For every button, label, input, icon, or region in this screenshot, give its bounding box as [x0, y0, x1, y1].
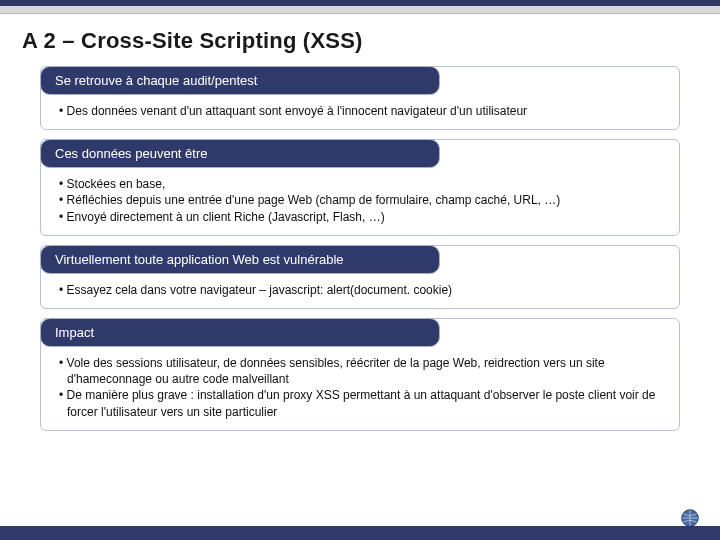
page-title: A 2 – Cross-Site Scripting (XSS) [22, 28, 363, 54]
bottom-accent-bar [0, 526, 720, 540]
section-2-body: Stockées en base, Réfléchies depuis une … [41, 168, 679, 235]
top-gray-bar [0, 6, 720, 14]
bullet: Essayez cela dans votre navigateur – jav… [59, 282, 667, 298]
section-1-body: Des données venant d'un attaquant sont e… [41, 95, 679, 129]
section-1: Se retrouve à chaque audit/pentest Des d… [40, 66, 680, 130]
section-3-header: Virtuellement toute application Web est … [40, 245, 440, 274]
section-3: Virtuellement toute application Web est … [40, 245, 680, 309]
section-3-body: Essayez cela dans votre navigateur – jav… [41, 274, 679, 308]
bullet: Stockées en base, [59, 176, 667, 192]
bullet: Vole des sessions utilisateur, de donnée… [59, 355, 667, 387]
section-1-header: Se retrouve à chaque audit/pentest [40, 66, 440, 95]
bullet: Envoyé directement à un client Riche (Ja… [59, 209, 667, 225]
section-4-body: Vole des sessions utilisateur, de donnée… [41, 347, 679, 430]
bullet: Des données venant d'un attaquant sont e… [59, 103, 667, 119]
section-4: Impact Vole des sessions utilisateur, de… [40, 318, 680, 431]
globe-icon [680, 508, 700, 528]
content-area: Se retrouve à chaque audit/pentest Des d… [40, 66, 680, 440]
bullet: De manière plus grave : installation d'u… [59, 387, 667, 419]
section-2-header: Ces données peuvent être [40, 139, 440, 168]
section-2: Ces données peuvent être Stockées en bas… [40, 139, 680, 236]
bullet: Réfléchies depuis une entrée d'une page … [59, 192, 667, 208]
section-4-header: Impact [40, 318, 440, 347]
